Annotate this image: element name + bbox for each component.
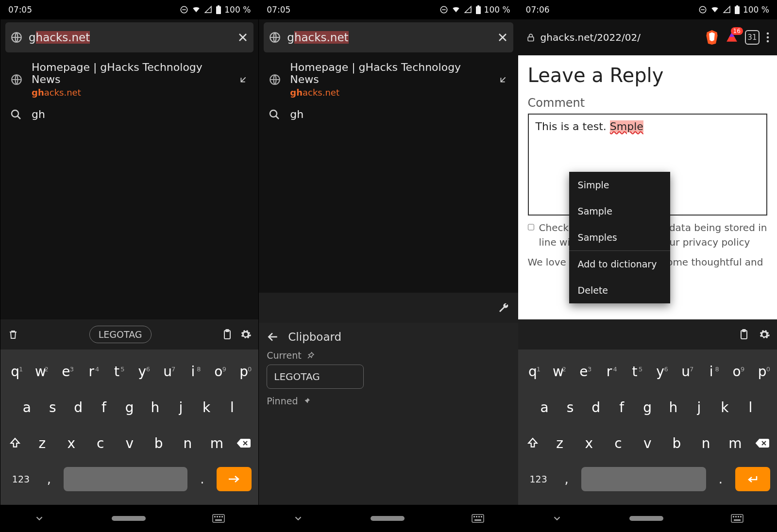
- key-x[interactable]: x: [574, 435, 604, 451]
- key-i[interactable]: 8i: [698, 364, 724, 380]
- key-i[interactable]: 8i: [180, 364, 205, 380]
- key-r[interactable]: 4r: [79, 364, 104, 380]
- key-d[interactable]: d: [583, 399, 609, 416]
- key-r[interactable]: 4r: [596, 364, 622, 380]
- spacebar[interactable]: [64, 467, 187, 491]
- key-v[interactable]: v: [633, 435, 662, 451]
- brave-shield-icon[interactable]: [705, 30, 719, 45]
- clear-icon[interactable]: [237, 32, 249, 43]
- key-c[interactable]: c: [604, 435, 633, 451]
- shift-key[interactable]: [520, 437, 545, 449]
- key-n[interactable]: n: [173, 435, 203, 451]
- address-bar[interactable]: ghacks.net/2022/02/: [526, 32, 698, 43]
- chevron-down-icon[interactable]: [293, 513, 304, 524]
- keyboard[interactable]: 1q 2w 3e 4r 5t 6y 7u 8i 9o 0p a s d f g …: [518, 349, 777, 505]
- key-v[interactable]: v: [115, 435, 144, 451]
- key-g[interactable]: g: [117, 399, 142, 416]
- gear-icon[interactable]: [759, 329, 770, 340]
- spacebar[interactable]: [581, 467, 706, 491]
- trash-icon[interactable]: [7, 329, 19, 340]
- key-z[interactable]: z: [28, 435, 57, 451]
- key-y[interactable]: 6y: [647, 364, 673, 380]
- key-q[interactable]: 1q: [520, 364, 546, 380]
- key-b[interactable]: b: [662, 435, 691, 451]
- key-h[interactable]: h: [660, 399, 686, 416]
- suggestion-chip[interactable]: LEGOTAG: [89, 326, 152, 343]
- arrow-insert-icon[interactable]: [238, 74, 249, 85]
- misspelled-word[interactable]: Smple: [610, 120, 643, 133]
- tab-count[interactable]: 31: [745, 30, 760, 45]
- key-a[interactable]: a: [14, 399, 40, 416]
- keyboard-switcher-icon[interactable]: [472, 514, 484, 523]
- key-s[interactable]: s: [557, 399, 583, 416]
- key-x[interactable]: x: [57, 435, 86, 451]
- ctx-delete[interactable]: Delete: [569, 277, 670, 303]
- home-pill[interactable]: [629, 516, 663, 521]
- key-l[interactable]: l: [738, 399, 763, 416]
- back-icon[interactable]: [267, 331, 279, 343]
- key-e[interactable]: 3e: [53, 364, 79, 380]
- shift-key[interactable]: [2, 437, 28, 449]
- pin-icon[interactable]: [306, 351, 315, 360]
- clipboard-icon[interactable]: [738, 329, 750, 340]
- key-u[interactable]: 7u: [673, 364, 699, 380]
- key-f[interactable]: f: [91, 399, 117, 416]
- key-k[interactable]: k: [194, 399, 220, 416]
- search-suggestion[interactable]: gh: [259, 102, 518, 126]
- period-key[interactable]: .: [192, 472, 212, 486]
- backspace-key[interactable]: [750, 437, 775, 449]
- keyboard[interactable]: 1q 2w 3e 4r 5t 6y 7u 8i 9o 0p a s d f g …: [0, 349, 258, 505]
- key-w[interactable]: 2w: [545, 364, 571, 380]
- key-j[interactable]: j: [168, 399, 194, 416]
- comma-key[interactable]: ,: [557, 472, 576, 486]
- chevron-down-icon[interactable]: [552, 513, 562, 524]
- key-p[interactable]: 0p: [231, 364, 256, 380]
- key-q[interactable]: 1q: [2, 364, 28, 380]
- key-n[interactable]: n: [692, 435, 721, 451]
- key-b[interactable]: b: [144, 435, 173, 451]
- comma-key[interactable]: ,: [39, 472, 59, 486]
- key-a[interactable]: a: [532, 399, 557, 416]
- key-u[interactable]: 7u: [155, 364, 180, 380]
- key-t[interactable]: 5t: [622, 364, 648, 380]
- gear-icon[interactable]: [240, 329, 252, 340]
- key-d[interactable]: d: [66, 399, 91, 416]
- arrow-insert-icon[interactable]: [498, 74, 508, 85]
- ctx-suggestion[interactable]: Simple: [569, 172, 670, 198]
- key-p[interactable]: 0p: [749, 364, 775, 380]
- chevron-down-icon[interactable]: [34, 513, 45, 524]
- menu-icon[interactable]: [766, 32, 769, 43]
- enter-key[interactable]: [735, 467, 770, 491]
- search-suggestion[interactable]: gh: [0, 102, 258, 126]
- key-l[interactable]: l: [220, 399, 245, 416]
- ctx-suggestion[interactable]: Samples: [569, 224, 670, 250]
- key-g[interactable]: g: [635, 399, 660, 416]
- key-k[interactable]: k: [712, 399, 738, 416]
- symbols-key[interactable]: 123: [7, 474, 34, 484]
- home-pill[interactable]: [371, 516, 405, 521]
- consent-checkbox[interactable]: [528, 222, 534, 232]
- address-bar[interactable]: ghacks.net: [5, 22, 253, 52]
- keyboard-switcher-icon[interactable]: [731, 514, 743, 523]
- ctx-suggestion[interactable]: Sample: [569, 198, 670, 224]
- clipboard-icon[interactable]: [221, 329, 233, 340]
- address-bar[interactable]: ghacks.net: [264, 22, 513, 52]
- suggestion-row[interactable]: Homepage | gHacks Technology News ghacks…: [0, 55, 258, 102]
- key-f[interactable]: f: [609, 399, 635, 416]
- key-m[interactable]: m: [202, 435, 231, 451]
- wrench-icon[interactable]: [498, 302, 509, 314]
- key-y[interactable]: 6y: [130, 364, 155, 380]
- go-key[interactable]: [217, 467, 252, 491]
- key-e[interactable]: 3e: [571, 364, 597, 380]
- key-m[interactable]: m: [721, 435, 750, 451]
- period-key[interactable]: .: [711, 472, 730, 486]
- clipboard-item[interactable]: LEGOTAG: [267, 365, 364, 389]
- key-s[interactable]: s: [40, 399, 66, 416]
- brave-rewards-icon[interactable]: 16: [726, 31, 738, 44]
- pin-filled-icon[interactable]: [303, 397, 311, 405]
- ctx-add-dictionary[interactable]: Add to dictionary: [569, 250, 670, 277]
- key-z[interactable]: z: [545, 435, 574, 451]
- key-h[interactable]: h: [142, 399, 168, 416]
- keyboard-switcher-icon[interactable]: [212, 514, 225, 523]
- backspace-key[interactable]: [231, 437, 256, 449]
